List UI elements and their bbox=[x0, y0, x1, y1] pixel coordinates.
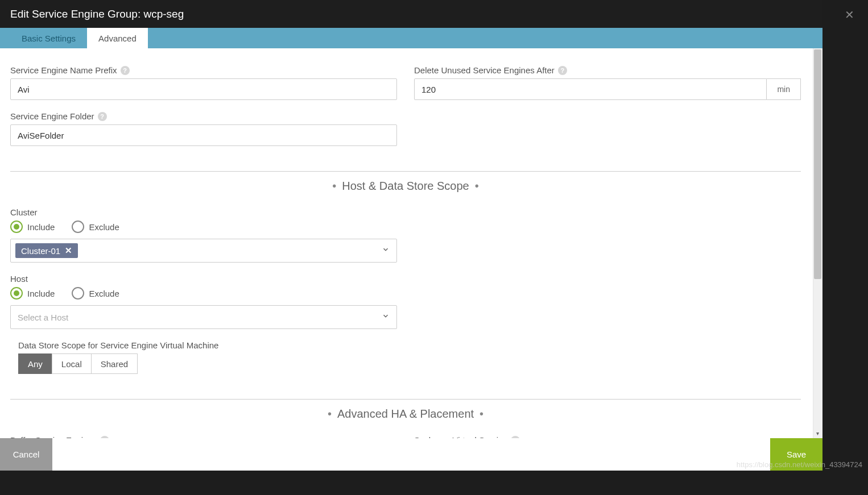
modal-footer: Cancel Save bbox=[0, 438, 822, 471]
host-placeholder: Select a Host bbox=[15, 310, 71, 325]
tab-advanced[interactable]: Advanced bbox=[87, 28, 148, 48]
scrollbar-thumb[interactable] bbox=[814, 49, 821, 279]
cluster-include-radio[interactable]: Include bbox=[10, 221, 55, 233]
host-exclude-radio[interactable]: Exclude bbox=[72, 287, 119, 300]
radio-icon bbox=[72, 221, 84, 233]
tab-basic-settings[interactable]: Basic Settings bbox=[10, 28, 87, 48]
help-icon[interactable]: ? bbox=[98, 112, 107, 121]
se-folder-input[interactable] bbox=[10, 124, 397, 146]
scale-vs-label: Scale per Virtual Service ? bbox=[414, 435, 801, 438]
backdrop bbox=[0, 471, 868, 495]
buffer-se-label: Buffer Service Engines ? bbox=[10, 435, 397, 438]
modal-header: Edit Service Engine Group: wcp-seg bbox=[0, 0, 822, 28]
help-icon[interactable]: ? bbox=[558, 66, 567, 75]
scroll-down-icon[interactable]: ▾ bbox=[815, 430, 821, 436]
ds-scope-label: Data Store Scope for Service Engine Virt… bbox=[18, 340, 397, 350]
help-icon[interactable]: ? bbox=[100, 436, 109, 439]
se-folder-label: Service Engine Folder ? bbox=[10, 111, 397, 121]
radio-icon bbox=[10, 287, 23, 300]
radio-icon bbox=[10, 221, 23, 233]
ds-scope-shared[interactable]: Shared bbox=[91, 353, 138, 374]
scrollbar[interactable]: ▾ bbox=[813, 48, 822, 438]
modal-content: Service Engine Name Prefix ? Service Eng… bbox=[0, 48, 811, 438]
backdrop: ✕ bbox=[822, 0, 868, 471]
delete-unused-unit: min bbox=[767, 78, 801, 100]
save-button[interactable]: Save bbox=[770, 438, 822, 471]
chevron-down-icon bbox=[382, 312, 390, 322]
se-name-prefix-label: Service Engine Name Prefix ? bbox=[10, 65, 397, 75]
tab-bar: Basic Settings Advanced bbox=[0, 28, 822, 48]
cluster-label: Cluster bbox=[10, 207, 397, 217]
section-ha-placement: Advanced HA & Placement bbox=[0, 400, 811, 435]
ds-scope-any[interactable]: Any bbox=[18, 353, 52, 374]
host-select[interactable]: Select a Host bbox=[10, 305, 397, 329]
help-icon[interactable]: ? bbox=[121, 66, 130, 75]
delete-unused-label: Delete Unused Service Engines After ? bbox=[414, 65, 801, 75]
cluster-select[interactable]: Cluster-01 ✕ bbox=[10, 239, 397, 263]
host-include-radio[interactable]: Include bbox=[10, 287, 55, 300]
cluster-exclude-radio[interactable]: Exclude bbox=[72, 221, 119, 233]
section-host-ds: Host & Data Store Scope bbox=[0, 172, 811, 207]
close-icon[interactable]: ✕ bbox=[845, 8, 854, 22]
chevron-down-icon bbox=[382, 246, 390, 256]
radio-icon bbox=[72, 287, 84, 300]
ds-scope-local[interactable]: Local bbox=[52, 353, 92, 374]
cluster-tag: Cluster-01 ✕ bbox=[15, 243, 78, 258]
delete-unused-input[interactable] bbox=[414, 78, 767, 100]
help-icon[interactable]: ? bbox=[511, 436, 520, 439]
cancel-button[interactable]: Cancel bbox=[0, 438, 52, 471]
modal-title: Edit Service Engine Group: wcp-seg bbox=[10, 8, 184, 20]
host-label: Host bbox=[10, 274, 397, 284]
se-name-prefix-input[interactable] bbox=[10, 78, 397, 100]
remove-tag-icon[interactable]: ✕ bbox=[65, 246, 72, 256]
